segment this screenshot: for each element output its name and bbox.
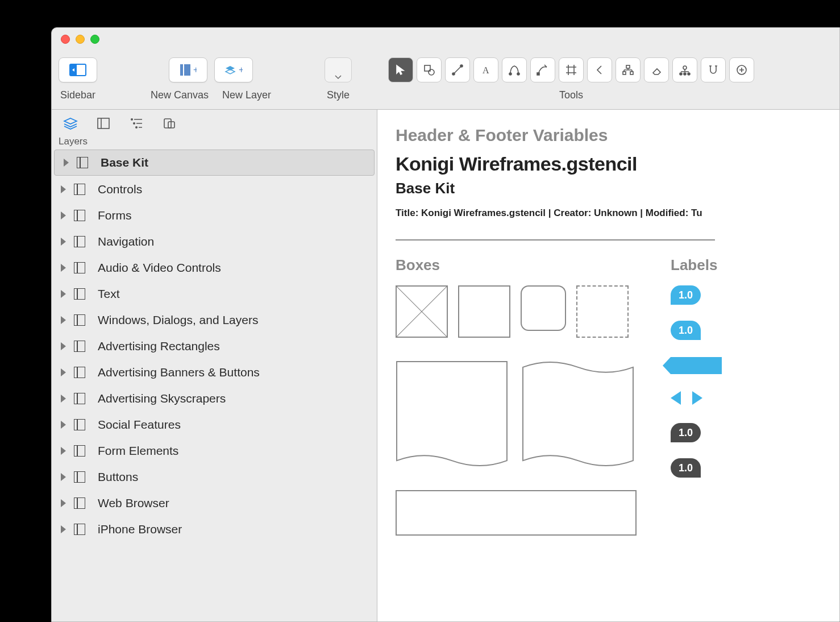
svg-rect-4 (183, 64, 184, 76)
svg-rect-18 (537, 73, 539, 75)
stencil-box-square[interactable] (458, 285, 510, 338)
disclosure-triangle-icon[interactable] (61, 421, 66, 429)
tool-text[interactable]: A (473, 57, 498, 82)
layer-item[interactable]: Text (52, 280, 377, 306)
sidebar-toggle-button[interactable] (59, 57, 97, 82)
disclosure-triangle-icon[interactable] (61, 290, 66, 298)
hierarchy-icon (622, 64, 634, 76)
layer-label: Form Elements (98, 444, 178, 458)
eraser-icon (650, 64, 663, 76)
svg-rect-3 (180, 64, 190, 76)
stencil-label-callout[interactable]: 1.0 (671, 321, 701, 340)
stencil-label-callout[interactable]: 1.0 (671, 285, 701, 305)
toolbar-group-canvas: + + New Canvas New Layer (151, 57, 271, 101)
layer-item[interactable]: Audio & Video Controls (52, 254, 377, 280)
style-dropdown-button[interactable] (325, 57, 352, 82)
svg-rect-24 (626, 65, 630, 68)
layer-item[interactable]: Buttons (52, 463, 377, 490)
layer-item[interactable]: Advertising Rectangles (52, 333, 377, 359)
sidebar-tab-outline[interactable] (128, 117, 145, 130)
stencil-box-placeholder[interactable] (396, 285, 448, 338)
tool-point-edit[interactable] (530, 57, 555, 82)
canvas-area[interactable]: Header & Footer Variables Konigi Wirefra… (377, 110, 839, 621)
layer-item[interactable]: Navigation (52, 228, 377, 254)
stencil-box-wide[interactable] (396, 490, 637, 536)
disclosure-triangle-icon[interactable] (61, 185, 66, 193)
tool-distribute[interactable] (672, 57, 697, 82)
tool-hierarchy[interactable] (616, 57, 641, 82)
new-canvas-button[interactable]: + (169, 57, 207, 82)
svg-point-36 (684, 73, 686, 75)
tool-shape[interactable] (417, 57, 442, 82)
shape-icon (423, 64, 435, 76)
layers-icon (63, 117, 78, 130)
disclosure-triangle-icon[interactable] (61, 342, 66, 350)
toolbar-label: Style (327, 89, 350, 101)
stencil-label-callout-dark[interactable]: 1.0 (671, 423, 701, 442)
disclosure-triangle-icon[interactable] (61, 525, 66, 533)
layer-item[interactable]: Windows, Dialogs, and Layers (52, 306, 377, 333)
tool-eraser[interactable] (644, 57, 669, 82)
layer-item[interactable]: Forms (52, 202, 377, 228)
chevron-down-icon (335, 75, 342, 80)
line-icon (451, 64, 464, 76)
svg-point-35 (680, 73, 682, 75)
disclosure-triangle-icon[interactable] (61, 368, 66, 376)
layer-item[interactable]: Social Features (52, 411, 377, 437)
stencil-box-wave[interactable] (522, 360, 634, 467)
layer-item[interactable]: Advertising Banners & Buttons (52, 359, 377, 385)
toolbar-label: Tools (559, 89, 583, 101)
disclosure-triangle-icon[interactable] (61, 447, 66, 455)
close-icon[interactable] (61, 35, 70, 44)
stencil-box-wave[interactable] (396, 360, 508, 467)
stencil-label-callout-dark[interactable]: 1.0 (671, 458, 701, 478)
stencil-label-triangles[interactable] (671, 391, 722, 405)
disclosure-triangle-icon[interactable] (61, 212, 66, 219)
stencil-label-arrow[interactable] (671, 357, 722, 374)
disclosure-triangle-icon[interactable] (61, 473, 66, 481)
disclosure-triangle-icon[interactable] (61, 316, 66, 324)
layer-item[interactable]: Advertising Skyscrapers (52, 385, 377, 411)
svg-rect-52 (164, 119, 171, 128)
sidebar-tab-selection[interactable] (161, 117, 178, 130)
layer-item[interactable]: Form Elements (52, 437, 377, 463)
layer-item[interactable]: Controls (52, 176, 377, 202)
sidebar-tab-layers[interactable] (62, 117, 79, 130)
canvas-icon (77, 157, 88, 168)
minimize-icon[interactable] (76, 35, 85, 44)
disclosure-triangle-icon[interactable] (61, 395, 66, 403)
svg-point-37 (688, 73, 690, 75)
tool-pen[interactable] (502, 57, 527, 82)
svg-line-12 (454, 66, 461, 74)
toolbar-label: Sidebar (60, 89, 95, 101)
disclosure-triangle-icon[interactable] (61, 264, 66, 272)
tool-selection[interactable] (388, 57, 413, 82)
toolbar-group-tools: A Tools (388, 57, 754, 101)
sidebar-tab-canvas[interactable] (95, 117, 112, 130)
canvas-icon (74, 314, 85, 326)
tool-back[interactable] (587, 57, 612, 82)
layer-item[interactable]: Base Kit (54, 150, 375, 176)
sidebar-section-label: Layers (52, 136, 377, 150)
stencil-box-rounded[interactable] (521, 285, 566, 331)
new-layer-button[interactable]: + (214, 57, 253, 82)
tool-magnet[interactable] (701, 57, 726, 82)
disclosure-triangle-icon[interactable] (64, 159, 69, 167)
layer-item[interactable]: Web Browser (52, 490, 377, 516)
svg-marker-31 (653, 69, 660, 74)
tool-line[interactable] (445, 57, 470, 82)
stencil-box-dashed[interactable] (576, 285, 629, 338)
disclosure-triangle-icon[interactable] (61, 238, 66, 246)
layer-label: Advertising Rectangles (98, 339, 220, 353)
zoom-icon[interactable] (90, 35, 99, 44)
sidebar-icon (69, 64, 86, 76)
tool-add[interactable] (729, 57, 754, 82)
svg-rect-25 (623, 72, 626, 74)
document-title: Konigi Wireframes.gstencil (396, 153, 839, 175)
layer-item[interactable]: iPhone Browser (52, 516, 377, 542)
toolbar-group-sidebar: Sidebar (59, 57, 97, 101)
layer-label: Controls (98, 183, 142, 196)
svg-marker-43 (64, 118, 77, 124)
tool-artboard[interactable] (559, 57, 584, 82)
disclosure-triangle-icon[interactable] (61, 499, 66, 507)
